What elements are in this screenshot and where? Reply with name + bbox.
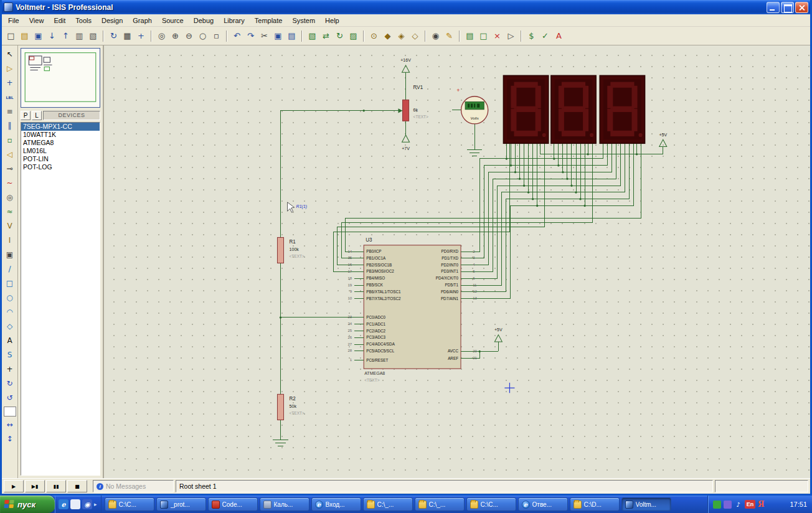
rotate-clockwise-button[interactable]: ↻ [3,377,17,390]
internet-explorer-icon[interactable]: e [59,499,68,509]
device-item[interactable]: POT-LIN [21,155,100,163]
netlist-to-ares-button[interactable]: A [552,29,565,43]
volume-icon[interactable]: ♪ [734,501,742,509]
property-assignment-button[interactable]: ✎ [443,29,456,43]
taskbar-button[interactable]: Code... [208,497,258,511]
junction-dot-mode-button[interactable]: + [3,76,17,90]
seven-segment-display[interactable] [503,75,548,143]
mirror-horizontal-button[interactable]: ↔ [3,418,17,431]
orientation-box[interactable] [4,407,16,417]
zoom-in-button[interactable]: ⊕ [169,29,182,43]
language-indicator[interactable]: En [745,500,755,509]
voltage-probe-mode-button[interactable]: V [3,219,17,233]
remove-sheet-button[interactable]: × [491,29,504,43]
menu-view[interactable]: View [24,16,49,26]
seven-segment-display[interactable] [551,75,596,143]
menu-design[interactable]: Design [97,16,128,26]
mark-output-area-button[interactable]: ▧ [87,29,100,43]
step-button[interactable]: ▶▮ [25,480,45,492]
selection-mode-button[interactable]: ↖ [3,47,17,61]
schematic-svg[interactable]: +16V+7V+5V+5VRV16k<TEXT>R1100k<TEXT>R250… [104,45,810,478]
block-move-button[interactable]: ⇄ [319,29,333,43]
virtual-instruments-mode-button[interactable]: ▣ [3,248,17,261]
taskbar-button[interactable]: _prot... [156,497,206,511]
device-pins-mode-button[interactable]: ⊸ [3,162,17,176]
taskbar-clock[interactable]: 17:51 [790,501,807,508]
taskbar-button[interactable]: eОтве... [518,497,568,511]
import-section-button[interactable]: ↓ [45,29,59,43]
menu-source[interactable]: Source [157,16,189,26]
design-explorer-button[interactable]: ▤ [463,29,476,43]
device-item[interactable]: 10WATT1K [21,131,100,139]
menu-library[interactable]: Library [219,16,250,26]
2d-box-mode-button[interactable]: □ [3,276,17,290]
packaging-tool-button[interactable]: ◈ [395,29,408,43]
yandex-agent-icon[interactable]: Я [758,500,765,509]
voltmeter-instrument[interactable]: Volts+ [456,87,488,124]
device-item[interactable]: POT-LOG [21,163,100,171]
goto-sheet-button[interactable]: ▷ [504,29,517,43]
2d-text-mode-button[interactable]: A [3,334,17,347]
electrical-rules-check-button[interactable]: ✓ [539,29,552,43]
power-terminal[interactable]: +5V [659,133,667,147]
menu-graph[interactable]: Graph [128,16,157,26]
taskbar-button[interactable]: C:\C... [466,497,516,511]
make-device-button[interactable]: ◆ [381,29,394,43]
pick-device-button[interactable]: ⊙ [367,29,380,43]
power-terminal[interactable]: +5V [494,327,503,342]
2d-line-mode-button[interactable]: / [3,262,17,276]
quick-launch-expand-icon[interactable]: ▸ [94,501,97,507]
copy-button[interactable]: ▣ [271,29,285,43]
print-design-button[interactable]: ▥ [73,29,86,43]
minimize-button[interactable] [767,2,780,13]
messenger-icon[interactable] [724,501,732,509]
2d-arc-mode-button[interactable]: ◠ [3,305,17,319]
device-item[interactable]: ATMEGA8 [21,139,100,147]
taskbar-button[interactable]: Каль... [260,497,309,511]
terminals-mode-button[interactable]: ◁ [3,148,17,161]
menu-template[interactable]: Template [250,16,288,26]
new-design-button[interactable]: □ [4,29,17,43]
power-terminal[interactable]: +16V [400,58,411,73]
save-design-button[interactable]: ▣ [32,29,45,43]
taskbar-button[interactable]: C:\_... [415,497,465,511]
stop-button[interactable]: ■ [67,480,87,492]
paste-button[interactable]: ▤ [285,29,298,43]
current-probe-mode-button[interactable]: I [3,233,17,247]
wire-label-mode-button[interactable]: LBL [3,90,17,104]
redo-button[interactable]: ↷ [244,29,257,43]
show-desktop-icon[interactable] [70,499,80,509]
titlebar[interactable]: Voltmetr - ISIS Professional [2,0,810,14]
zoom-all-button[interactable]: ○ [196,29,209,43]
seven-segment-display[interactable] [600,75,644,143]
rotate-anticlockwise-button[interactable]: ↺ [3,391,17,405]
zoom-area-button[interactable]: ▫ [210,29,223,43]
bill-of-materials-button[interactable]: $ [525,29,538,43]
library-manager-button[interactable]: L [32,111,42,120]
block-delete-button[interactable]: ▨ [347,29,360,43]
cut-button[interactable]: ✂ [258,29,271,43]
2d-path-mode-button[interactable]: ◇ [3,319,17,333]
pick-devices-button[interactable]: P [21,111,31,120]
export-section-button[interactable]: ↑ [59,29,72,43]
taskbar-button[interactable]: C:\_... [363,497,413,511]
buses-mode-button[interactable]: ‖ [3,119,17,133]
pause-button[interactable]: ▮▮ [46,480,66,492]
menu-help[interactable]: Help [320,16,344,26]
open-design-button[interactable]: ▤ [18,29,31,43]
undo-button[interactable]: ↶ [230,29,243,43]
block-rotate-button[interactable]: ↻ [333,29,346,43]
search-tag-button[interactable]: ◉ [429,29,442,43]
menu-file[interactable]: File [3,16,24,26]
hamachi-icon[interactable] [713,501,721,509]
toggle-grid-button[interactable]: ▦ [121,29,134,43]
play-button[interactable]: ▶ [4,480,24,492]
device-item[interactable]: 7SEG-MPX1-CC [21,123,100,131]
restore-button[interactable] [781,2,794,13]
menu-edit[interactable]: Edit [49,16,70,26]
taskbar-button[interactable]: C:\C... [105,497,154,511]
component-r1[interactable]: R1100k<TEXT> [277,237,304,263]
decompose-button[interactable]: ◇ [408,29,422,43]
text-script-mode-button[interactable]: ≡ [3,105,17,118]
taskbar-button[interactable]: eВход... [311,497,361,511]
